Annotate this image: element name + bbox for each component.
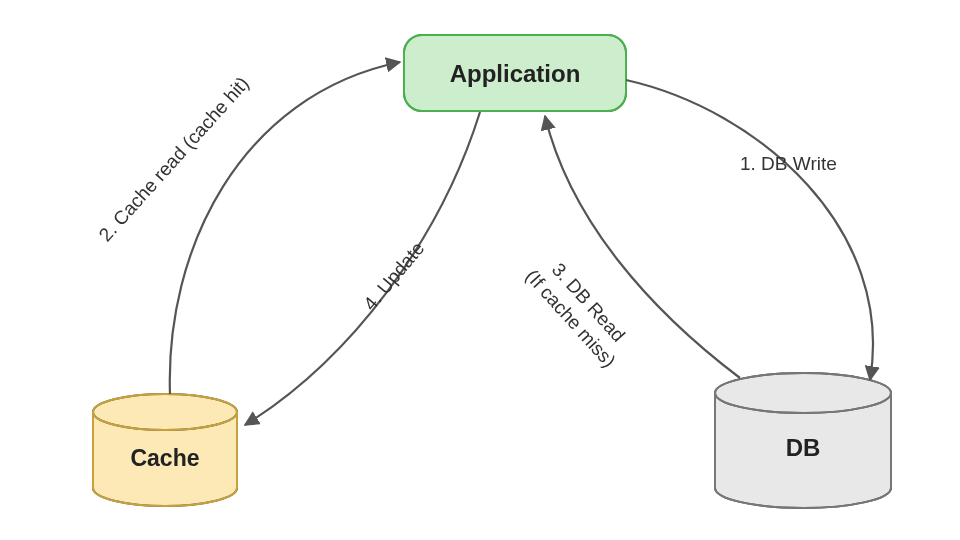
edge-update-label: 4. Update [359,238,428,315]
edge-db-read-label: 3. DB Read (If cache miss) [522,249,638,371]
edge-db-write-label: 1. DB Write [740,153,837,174]
edge-db-write [626,80,873,380]
cache-label: Cache [130,445,199,471]
db-node: DB [715,373,891,508]
db-label: DB [786,434,821,461]
edge-db-read [545,116,740,378]
cache-aside-diagram: Application Cache DB 1. DB Write 2. Cach… [0,0,960,540]
cache-node: Cache [93,394,237,506]
edge-update [245,112,480,425]
edge-cache-read-label: 2. Cache read (cache hit) [95,73,253,246]
application-node: Application [404,35,626,111]
application-label: Application [450,60,581,87]
